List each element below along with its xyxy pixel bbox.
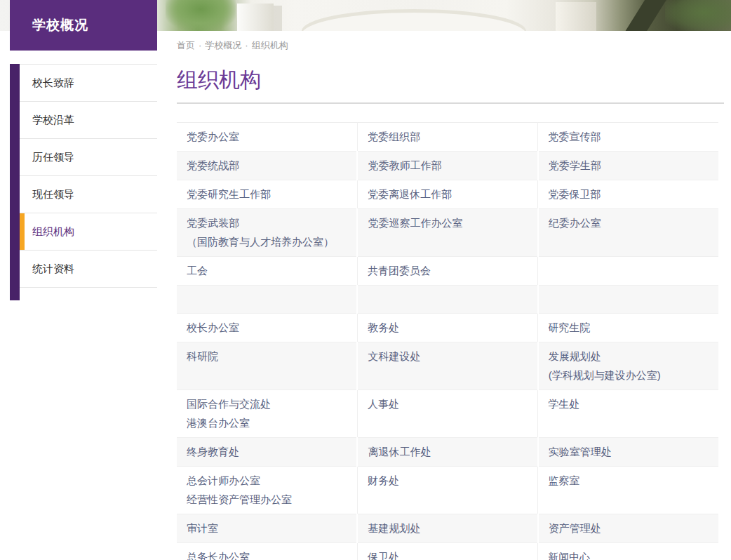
page-title: 组织机构 bbox=[177, 66, 724, 94]
department-link[interactable]: 监察室 bbox=[548, 474, 709, 488]
department-link[interactable]: 港澳台办公室 bbox=[187, 416, 347, 430]
org-cell: 总会计师办公室经营性资产管理办公室 bbox=[177, 467, 357, 514]
department-link[interactable]: 党委宣传部 bbox=[548, 130, 709, 144]
department-link[interactable]: 纪委办公室 bbox=[549, 216, 709, 230]
org-cell: 基建规划处 bbox=[357, 514, 537, 543]
org-cell: 校长办公室 bbox=[177, 314, 357, 342]
department-link[interactable]: 终身教育处 bbox=[187, 445, 347, 459]
sidebar-item-link[interactable]: 统计资料 bbox=[20, 251, 157, 288]
table-row: 总务长办公室后勤管理处保卫处新闻中心 bbox=[177, 543, 718, 560]
sidebar-item-label: 组织机构 bbox=[32, 225, 74, 237]
table-row: 终身教育处离退休工作处实验室管理处 bbox=[177, 438, 718, 467]
department-link[interactable]: 党委统战部 bbox=[187, 159, 347, 173]
org-cell: 教务处 bbox=[357, 314, 537, 342]
department-link[interactable]: 审计室 bbox=[187, 521, 347, 535]
table-row: 总会计师办公室经营性资产管理办公室财务处监察室 bbox=[177, 467, 718, 514]
sidebar-body: 校长致辞学校沿革历任领导现任领导组织机构统计资料 bbox=[10, 64, 157, 288]
department-link[interactable]: 基建规划处 bbox=[368, 521, 527, 535]
sidebar-item-link[interactable]: 现任领导 bbox=[20, 176, 157, 213]
org-cell: 党委统战部 bbox=[177, 152, 357, 180]
sidebar-item-link[interactable]: 历任领导 bbox=[20, 139, 157, 176]
sidebar-item-active[interactable]: 组织机构 bbox=[20, 213, 157, 251]
breadcrumb-link[interactable]: 学校概况 bbox=[205, 40, 241, 51]
banner-tree-trunk bbox=[617, 0, 668, 31]
org-cell: 实验室管理处 bbox=[538, 438, 718, 467]
org-cell: 党委宣传部 bbox=[538, 123, 718, 152]
department-link[interactable]: 党委巡察工作办公室 bbox=[368, 216, 527, 230]
sidebar-item-label: 校长致辞 bbox=[32, 76, 74, 88]
sidebar: 学校概况 校长致辞学校沿革历任领导现任领导组织机构统计资料 bbox=[10, 0, 157, 288]
department-link[interactable]: 国际合作与交流处 bbox=[187, 397, 347, 411]
org-cell: 党委巡察工作办公室 bbox=[357, 209, 537, 257]
department-link[interactable]: 党委教师工作部 bbox=[368, 159, 527, 173]
table-row: 党委研究生工作部党委离退休工作部党委保卫部 bbox=[177, 180, 718, 209]
department-link[interactable]: 经营性资产管理办公室 bbox=[187, 493, 347, 507]
banner-gate-pillar-right bbox=[556, 2, 596, 31]
banner-gate-pillar-left bbox=[237, 4, 274, 31]
org-cell-empty bbox=[538, 286, 718, 314]
breadcrumb-link[interactable]: 首页 bbox=[177, 40, 195, 51]
banner-right-foliage bbox=[665, 0, 731, 31]
org-cell: 人事处 bbox=[357, 390, 537, 438]
org-cell: 工会 bbox=[177, 257, 357, 286]
department-link[interactable]: 党委研究生工作部 bbox=[187, 187, 347, 201]
org-cell-empty bbox=[357, 286, 537, 314]
department-link[interactable]: 离退休工作处 bbox=[368, 445, 527, 459]
org-cell: 党委离退休工作部 bbox=[357, 180, 537, 209]
org-table: 党委办公室党委组织部党委宣传部党委统战部党委教师工作部党委学生部党委研究生工作部… bbox=[177, 122, 718, 560]
department-link[interactable]: （国防教育与人才培养办公室） bbox=[187, 235, 347, 249]
department-link[interactable]: (学科规划与建设办公室) bbox=[549, 368, 709, 382]
table-row: 国际合作与交流处港澳台办公室人事处学生处 bbox=[177, 390, 718, 438]
department-link[interactable]: 保卫处 bbox=[368, 550, 528, 560]
department-link[interactable]: 党委武装部 bbox=[187, 216, 347, 230]
table-row: 党委办公室党委组织部党委宣传部 bbox=[177, 123, 718, 152]
org-cell: 离退休工作处 bbox=[357, 438, 537, 467]
org-table-body: 党委办公室党委组织部党委宣传部党委统战部党委教师工作部党委学生部党委研究生工作部… bbox=[177, 123, 718, 560]
department-link[interactable]: 工会 bbox=[187, 264, 347, 278]
org-cell: 纪委办公室 bbox=[538, 209, 718, 257]
org-cell: 党委办公室 bbox=[177, 123, 357, 152]
org-cell: 学生处 bbox=[538, 390, 718, 438]
org-cell: 终身教育处 bbox=[177, 438, 357, 467]
table-row: 审计室基建规划处资产管理处 bbox=[177, 514, 718, 543]
department-link[interactable]: 学生处 bbox=[548, 397, 709, 411]
department-link[interactable]: 教务处 bbox=[368, 321, 528, 335]
breadcrumb-separator: · bbox=[199, 40, 201, 51]
title-divider bbox=[177, 102, 724, 104]
org-cell: 文科建设处 bbox=[357, 342, 537, 390]
department-link[interactable]: 总会计师办公室 bbox=[187, 474, 347, 488]
breadcrumb-separator: · bbox=[245, 40, 248, 51]
org-cell: 共青团委员会 bbox=[357, 257, 537, 286]
table-row: 党委统战部党委教师工作部党委学生部 bbox=[177, 152, 718, 180]
org-cell: 财务处 bbox=[357, 467, 537, 514]
department-link[interactable]: 人事处 bbox=[368, 397, 528, 411]
table-row: 党委武装部（国防教育与人才培养办公室）党委巡察工作办公室纪委办公室 bbox=[177, 209, 718, 257]
department-link[interactable]: 党委办公室 bbox=[187, 130, 347, 144]
department-link[interactable]: 党委离退休工作部 bbox=[368, 187, 528, 201]
department-link[interactable]: 研究生院 bbox=[548, 321, 709, 335]
sidebar-accent-strip bbox=[10, 64, 20, 300]
sidebar-item-link[interactable]: 校长致辞 bbox=[20, 65, 157, 102]
department-link[interactable]: 总务长办公室 bbox=[187, 550, 347, 560]
department-link[interactable]: 科研院 bbox=[187, 349, 347, 364]
department-link[interactable]: 发展规划处 bbox=[549, 349, 709, 364]
sidebar-item-link[interactable]: 学校沿革 bbox=[20, 102, 157, 139]
department-link[interactable]: 共青团委员会 bbox=[368, 264, 528, 278]
org-cell: 审计室 bbox=[177, 514, 357, 543]
department-link[interactable]: 财务处 bbox=[368, 474, 528, 488]
banner-gate-arch bbox=[302, 9, 526, 31]
department-link[interactable]: 新闻中心 bbox=[548, 550, 709, 560]
sidebar-title: 学校概况 bbox=[10, 0, 157, 51]
sidebar-item-label: 学校沿革 bbox=[32, 114, 74, 126]
org-cell: 党委教师工作部 bbox=[357, 152, 537, 180]
org-cell: 科研院 bbox=[177, 342, 357, 390]
department-link[interactable]: 党委学生部 bbox=[549, 159, 709, 173]
org-cell: 研究生院 bbox=[538, 314, 718, 342]
department-link[interactable]: 党委保卫部 bbox=[548, 187, 709, 201]
department-link[interactable]: 党委组织部 bbox=[368, 130, 528, 144]
department-link[interactable]: 文科建设处 bbox=[368, 349, 527, 364]
department-link[interactable]: 校长办公室 bbox=[187, 321, 347, 335]
breadcrumb-link[interactable]: 组织机构 bbox=[252, 40, 288, 51]
department-link[interactable]: 实验室管理处 bbox=[549, 445, 709, 459]
department-link[interactable]: 资产管理处 bbox=[549, 521, 709, 535]
